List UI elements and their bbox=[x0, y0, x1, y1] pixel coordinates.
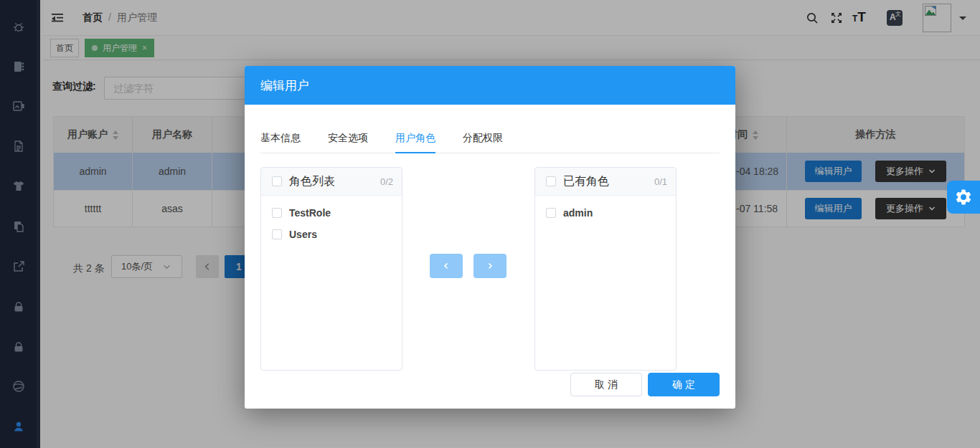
select-all-checkbox[interactable] bbox=[546, 176, 556, 186]
transfer-target-count: 0/1 bbox=[654, 176, 667, 187]
cancel-button[interactable]: 取 消 bbox=[570, 373, 642, 396]
checkbox[interactable] bbox=[272, 208, 282, 218]
transfer-target-items: admin bbox=[535, 196, 676, 224]
role-label: Users bbox=[289, 229, 317, 240]
select-all-checkbox[interactable] bbox=[272, 176, 282, 186]
tab-assign-permissions[interactable]: 分配权限 bbox=[463, 132, 503, 153]
checkbox[interactable] bbox=[546, 208, 556, 218]
checkbox[interactable] bbox=[272, 229, 282, 239]
transfer-right-button[interactable] bbox=[473, 254, 507, 278]
confirm-button[interactable]: 确 定 bbox=[648, 373, 720, 396]
transfer-source-title: 角色列表 bbox=[289, 174, 373, 189]
tab-basic-info[interactable]: 基本信息 bbox=[260, 132, 301, 153]
transfer-source-count: 0/2 bbox=[380, 176, 393, 187]
transfer-left-button[interactable] bbox=[430, 254, 463, 278]
transfer-source-panel: 角色列表 0/2 TestRole Users bbox=[260, 167, 402, 371]
list-item[interactable]: Users bbox=[261, 224, 402, 245]
screen: 首页/用户管理 TT A文 首页 用户管理 × 查询过滤: 用户账户 用户名称 … bbox=[0, 0, 980, 448]
transfer-target-header: 已有角色 0/1 bbox=[535, 168, 676, 196]
role-label: TestRole bbox=[289, 207, 331, 219]
chevron-left-icon bbox=[442, 262, 451, 270]
role-label: admin bbox=[563, 207, 593, 219]
modal-title: 编辑用户 bbox=[260, 77, 309, 94]
transfer-source-header: 角色列表 0/2 bbox=[261, 168, 402, 196]
tab-user-roles[interactable]: 用户角色 bbox=[395, 132, 435, 153]
modal-tabs: 基本信息 安全选项 用户角色 分配权限 bbox=[260, 132, 720, 153]
edit-user-modal: 编辑用户 基本信息 安全选项 用户角色 分配权限 角色列表 0/2 TestRo… bbox=[245, 66, 735, 409]
settings-fab[interactable] bbox=[947, 181, 980, 214]
list-item[interactable]: admin bbox=[535, 202, 676, 224]
transfer-target-title: 已有角色 bbox=[563, 174, 647, 189]
modal-header: 编辑用户 bbox=[245, 66, 735, 105]
tab-security-options[interactable]: 安全选项 bbox=[328, 132, 368, 153]
transfer-target-panel: 已有角色 0/1 admin bbox=[534, 167, 677, 371]
chevron-right-icon bbox=[486, 262, 494, 270]
gear-icon bbox=[954, 188, 973, 206]
transfer-source-items: TestRole Users bbox=[261, 196, 402, 245]
list-item[interactable]: TestRole bbox=[261, 202, 402, 224]
